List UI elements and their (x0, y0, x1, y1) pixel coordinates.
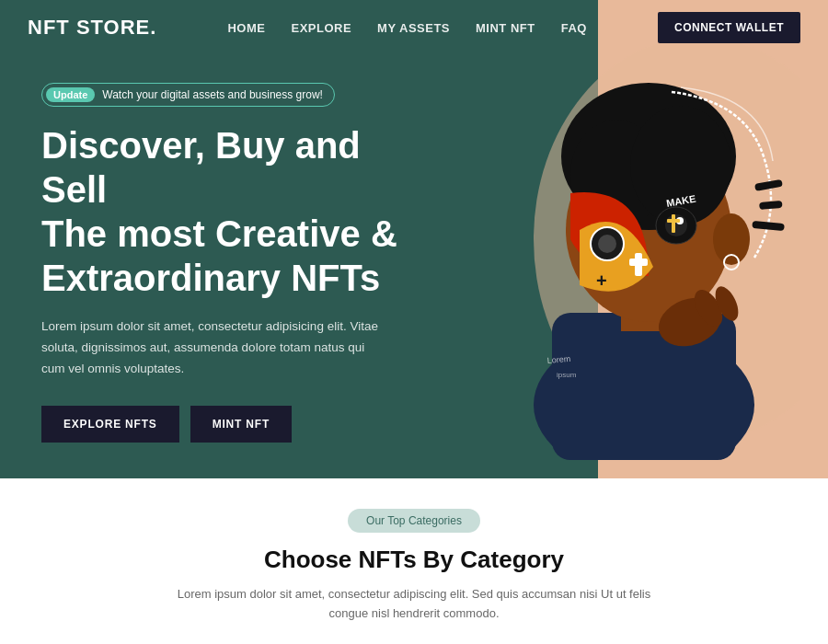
nav-links: HOME EXPLORE MY ASSETS MINT NFT FAQ (227, 19, 586, 36)
svg-rect-20 (667, 219, 680, 223)
categories-section: Our Top Categories Choose NFTs By Catego… (0, 478, 828, 644)
nav-item-explore[interactable]: EXPLORE (291, 19, 351, 36)
update-badge: Update Watch your digital assets and bus… (41, 83, 335, 107)
category-description: Lorem ipsum dolor sit amet, consectetur … (175, 585, 653, 624)
mint-nft-button[interactable]: MINT NFT (190, 406, 292, 443)
nav-item-faq[interactable]: FAQ (561, 19, 587, 36)
update-badge-text: Watch your digital assets and business g… (102, 88, 323, 101)
svg-point-9 (598, 235, 616, 253)
nav-item-my-assets[interactable]: MY ASSETS (377, 19, 450, 36)
svg-point-21 (713, 213, 750, 265)
hero-title: Discover, Buy and Sell The most Creative… (41, 123, 428, 300)
nav-item-mint-nft[interactable]: MINT NFT (476, 19, 535, 36)
navbar: NFT STORE. HOME EXPLORE MY ASSETS MINT N… (0, 0, 828, 55)
hero-buttons: EXPLORE NFTS MINT NFT (41, 406, 428, 443)
category-badge: Our Top Categories (348, 509, 480, 533)
svg-text:ipsum: ipsum (557, 371, 577, 379)
update-tag: Update (46, 87, 95, 102)
connect-wallet-button[interactable]: CONNECT WALLET (658, 12, 800, 43)
hero-description: Lorem ipsum dolor sit amet, consectetur … (41, 316, 382, 380)
svg-text:+: + (596, 270, 607, 291)
site-logo: NFT STORE. (28, 16, 156, 40)
svg-rect-12 (629, 259, 648, 266)
svg-point-17 (665, 214, 687, 236)
hero-artwork: + MAKE ART LOVE (405, 18, 800, 460)
nav-item-home[interactable]: HOME (227, 19, 265, 36)
hero-content: Update Watch your digital assets and bus… (41, 83, 428, 443)
svg-rect-19 (672, 214, 675, 233)
explore-nfts-button[interactable]: EXPLORE NFTS (41, 406, 179, 443)
hero-section: NFT STORE. HOME EXPLORE MY ASSETS MINT N… (0, 0, 828, 478)
category-title: Choose NFTs By Category (264, 546, 564, 574)
